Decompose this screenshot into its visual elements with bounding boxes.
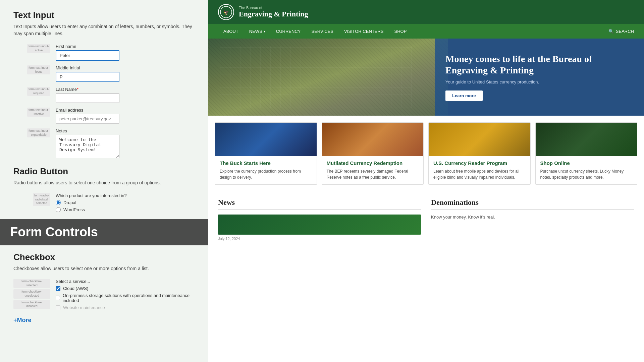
notes-tag: form-text-input-expandable <box>27 128 50 137</box>
hero-subtitle: Your guide to United States currency pro… <box>445 79 633 84</box>
hero-title: Money comes to life at the Bureau of Eng… <box>445 53 633 76</box>
first-name-field-col: First name <box>56 44 195 61</box>
nav-news[interactable]: NEWS ▾ <box>244 24 271 39</box>
notes-group: form-text-input-expandable Notes Welcome… <box>13 128 195 158</box>
news-section-title: News <box>218 198 421 210</box>
middle-initial-input[interactable] <box>56 72 119 82</box>
nav-about-label: ABOUT <box>223 29 238 34</box>
card-mutilated-img <box>322 123 424 156</box>
checkbox-options: Cloud (AWS) On-premesis storage solution… <box>56 286 195 310</box>
form-controls-label: Form Controls <box>10 225 98 239</box>
radio-drupal-input[interactable] <box>56 200 61 205</box>
left-panel: Text Input Text Inputs allow users to en… <box>0 0 208 362</box>
right-panel: 🦅 The Bureau of Engraving & Printing ABO… <box>208 0 644 362</box>
middle-initial-group: form-text-input-focus Middle Initial <box>13 65 195 82</box>
last-name-tag-col: form-text-input-required <box>13 87 50 96</box>
radio-option-wordpress[interactable]: WordPress <box>56 207 127 212</box>
denominations-title: Denominations <box>431 198 634 210</box>
card-buck-img <box>215 123 317 156</box>
notes-field-col: Notes Welcome to the Treasury Digital De… <box>56 128 195 158</box>
checkbox-website-label: Website maintenance <box>63 305 105 310</box>
checkbox-onprem-input[interactable] <box>56 296 60 300</box>
nav-services[interactable]: SERVICES <box>306 24 339 39</box>
more-link[interactable]: +More <box>13 317 195 324</box>
learn-more-button[interactable]: Learn more <box>445 90 483 101</box>
radio-tag: form-radio-radiolistelselected <box>33 193 50 206</box>
checkbox-aws-label: Cloud (AWS) <box>63 286 88 291</box>
checkbox-option-aws[interactable]: Cloud (AWS) <box>56 286 195 291</box>
nav-visitor-centers[interactable]: VISITOR CENTERS <box>339 24 389 39</box>
card-mutilated-title: Mutilated Currency Redemption <box>327 160 419 166</box>
bep-title-block: The Bureau of Engraving & Printing <box>239 6 308 18</box>
radio-drupal-label: Drupal <box>63 200 76 205</box>
last-name-tag: form-text-input-required <box>27 87 50 96</box>
checkbox-tag-disabled: form-checkbox-disabled <box>13 300 50 309</box>
radio-options-col: Which product are you interested in? Dru… <box>56 193 127 212</box>
radio-tag-col: form-radio-radiolistelselected <box>13 193 50 206</box>
nav-search-label: SEARCH <box>616 29 634 34</box>
checkbox-onprem-label: On-premesis storage solutions with opera… <box>63 293 195 303</box>
radio-group-row: form-radio-radiolistelselected Which pro… <box>13 193 195 212</box>
nav-news-dropdown-icon: ▾ <box>264 29 265 33</box>
nav-visitor-centers-label: VISITOR CENTERS <box>344 29 384 34</box>
bep-cards: The Buck Starts Here Explore the currenc… <box>208 116 644 191</box>
bep-bottom: News July 12, 2024 Denominations Know yo… <box>208 191 644 362</box>
notes-textarea[interactable]: Welcome to the Treasury Digital Design S… <box>56 135 119 158</box>
bep-hero: Money comes to life at the Bureau of Eng… <box>208 39 644 116</box>
email-group: form-text-input-inactive Email address <box>13 108 195 124</box>
search-icon: 🔍 <box>608 29 614 34</box>
card-buck-starts-here[interactable]: The Buck Starts Here Explore the currenc… <box>215 122 317 185</box>
notes-tag-col: form-text-input-expandable <box>13 128 50 137</box>
bep-subtitle: The Bureau of <box>239 6 308 10</box>
first-name-group: form-text-input-active First name <box>13 44 195 61</box>
card-mutilated-currency[interactable]: Mutilated Currency Redemption The BEP re… <box>322 122 424 185</box>
nav-shop[interactable]: SHOP <box>389 24 412 39</box>
checkbox-group-label: Select a service... <box>56 279 195 284</box>
checkbox-tag-col: form-checkbox-selected form-checkbox-uns… <box>13 279 50 309</box>
checkbox-group-row: form-checkbox-selected form-checkbox-uns… <box>13 279 195 310</box>
email-tag-col: form-text-input-inactive <box>13 108 50 117</box>
radio-question: Which product are you interested in? <box>56 193 127 198</box>
radio-option-drupal[interactable]: Drupal <box>56 200 127 205</box>
nav-search[interactable]: 🔍 SEARCH <box>608 29 634 34</box>
checkbox-website-input <box>56 305 60 310</box>
checkbox-title: Checkbox <box>13 252 195 262</box>
bep-title: Engraving & Printing <box>239 10 308 18</box>
text-input-desc: Text Inputs allow users to enter any com… <box>13 23 195 37</box>
email-tag: form-text-input-inactive <box>27 108 50 117</box>
news-date: July 12, 2024 <box>218 237 421 241</box>
last-name-field-col: Last Name* <box>56 87 195 103</box>
radio-wordpress-label: WordPress <box>63 207 85 212</box>
checkbox-aws-input[interactable] <box>56 286 60 291</box>
card-shop-online[interactable]: Shop Online Purchase uncut currency shee… <box>535 122 638 185</box>
first-name-label: First name <box>56 44 195 49</box>
nav-currency[interactable]: CURRENCY <box>271 24 306 39</box>
middle-initial-field-col: Middle Initial <box>56 65 195 82</box>
card-reader-program[interactable]: U.S. Currency Reader Program Learn about… <box>428 122 531 185</box>
nav-services-label: SERVICES <box>311 29 333 34</box>
card-mutilated-desc: The BEP redeems severely damaged Federal… <box>327 168 419 180</box>
middle-initial-label: Middle Initial <box>56 65 195 70</box>
svg-text:🦅: 🦅 <box>223 10 229 15</box>
email-input[interactable] <box>56 114 119 124</box>
nav-about[interactable]: ABOUT <box>218 24 244 39</box>
checkbox-section: Checkbox Checkboxes allow users to selec… <box>13 252 195 310</box>
checkbox-option-onprem[interactable]: On-premesis storage solutions with opera… <box>56 293 195 303</box>
card-reader-desc: Learn about free mobile apps and devices… <box>433 168 526 180</box>
first-name-tag: form-text-input-active <box>27 44 50 53</box>
last-name-group: form-text-input-required Last Name* <box>13 87 195 103</box>
notes-label: Notes <box>56 128 195 133</box>
card-shop-body: Shop Online Purchase uncut currency shee… <box>536 156 637 184</box>
nav-news-label: NEWS <box>249 29 262 34</box>
bep-header: 🦅 The Bureau of Engraving & Printing <box>208 0 644 24</box>
hero-text-box: Money comes to life at the Bureau of Eng… <box>435 39 644 116</box>
checkbox-option-website: Website maintenance <box>56 305 195 310</box>
hero-money-overlay <box>208 39 448 116</box>
radio-options: Drupal WordPress <box>56 200 127 212</box>
last-name-input[interactable] <box>56 93 119 103</box>
card-shop-title: Shop Online <box>540 160 633 166</box>
card-reader-title: U.S. Currency Reader Program <box>433 160 526 166</box>
card-shop-desc: Purchase uncut currency sheets, Lucky Mo… <box>540 168 633 180</box>
first-name-input[interactable] <box>56 50 119 61</box>
radio-wordpress-input[interactable] <box>56 207 61 212</box>
